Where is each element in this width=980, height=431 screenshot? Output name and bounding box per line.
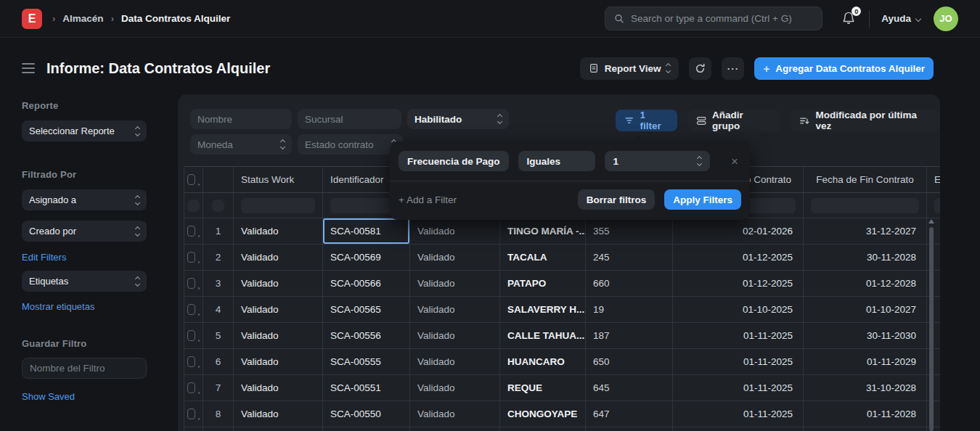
column-header-extra[interactable]: E <box>927 167 940 192</box>
row-checkbox[interactable] <box>187 356 195 367</box>
cell-estado[interactable]: Validado <box>410 349 500 374</box>
add-record-button[interactable]: + Agregar Data Contratos Alquiler <box>754 57 934 80</box>
cell-status_work[interactable]: Validado <box>234 349 323 374</box>
cell-numero[interactable]: 660 <box>586 271 673 296</box>
estado-contrato-select[interactable]: Estado contrato <box>298 134 403 155</box>
row-checkbox[interactable] <box>187 278 195 289</box>
cell-sucursal[interactable]: REQUE <box>500 375 586 401</box>
add-a-filter-link[interactable]: + Add a Filter <box>399 194 457 205</box>
column-filter-input-idx[interactable] <box>212 200 224 212</box>
column-filter-input-extra[interactable] <box>934 198 940 213</box>
cell-inicio[interactable]: 01-11-2025 <box>673 375 804 401</box>
show-tags-link[interactable]: Mostrar etiquetas <box>22 301 94 312</box>
cell-sucursal[interactable]: TACALA <box>500 245 586 270</box>
cell-fin[interactable]: 31-12-2027 <box>804 218 927 244</box>
cell-inicio[interactable]: 01-10-2025 <box>673 297 804 322</box>
cell-estado[interactable]: Validado <box>410 297 500 322</box>
cell-identificador[interactable]: SCA-00550 <box>323 401 410 427</box>
cell-identificador[interactable]: SCA-00569 <box>323 245 410 270</box>
show-saved-link[interactable]: Show Saved <box>22 391 75 402</box>
sucursal-filter-input[interactable] <box>298 109 401 129</box>
cell-sucursal[interactable]: CALLE TAHUA... <box>500 323 586 348</box>
cell-sucursal[interactable]: HUANCARO <box>500 349 586 374</box>
row-checkbox[interactable] <box>187 226 195 237</box>
cell-identificador[interactable]: SCA-00565 <box>323 297 410 322</box>
cell-status_work[interactable]: Validado <box>234 297 323 322</box>
nombre-filter-input[interactable] <box>190 109 292 129</box>
cell-status_work[interactable]: Validado <box>234 375 323 401</box>
cell-sucursal[interactable]: CHONGOYAPE <box>500 401 586 427</box>
cell-numero[interactable]: 355 <box>586 218 673 244</box>
cell-idx[interactable]: 6 <box>203 349 234 374</box>
cell-status_work[interactable]: Validado <box>234 245 323 270</box>
edit-filters-link[interactable]: Edit Filters <box>22 252 66 263</box>
select-all-checkbox[interactable] <box>187 174 195 185</box>
cell-estado[interactable]: Validado <box>410 218 500 244</box>
cell-fin[interactable]: 01-12-2028 <box>804 271 927 296</box>
cell-idx[interactable]: 8 <box>203 401 234 427</box>
menu-button[interactable]: ··· <box>722 57 744 80</box>
cell-fin[interactable]: 01-11-2029 <box>804 349 927 374</box>
cell-fin[interactable]: 01-11-2028 <box>804 401 927 427</box>
created-by-select[interactable]: Creado por <box>22 221 147 242</box>
cell-numero[interactable]: 645 <box>586 375 673 401</box>
cell-idx[interactable]: 7 <box>203 375 234 401</box>
cell-numero[interactable]: 19 <box>586 297 673 322</box>
cell-inicio[interactable]: 02-01-2026 <box>673 218 804 244</box>
global-search[interactable] <box>605 7 822 30</box>
app-logo[interactable]: E <box>22 9 42 29</box>
clear-filters-button[interactable]: Borrar filtros <box>578 189 656 210</box>
filter-name-input[interactable] <box>22 358 147 379</box>
cell-identificador[interactable]: SCA-00547 <box>323 427 410 431</box>
cell-numero[interactable]: 187 <box>586 323 673 348</box>
scroll-up-arrow-icon[interactable] <box>928 219 934 223</box>
row-checkbox[interactable] <box>187 409 195 419</box>
row-checkbox[interactable] <box>187 330 195 341</box>
cell-numero[interactable]: 650 <box>586 349 673 374</box>
refresh-button[interactable] <box>689 57 711 80</box>
cell-idx[interactable]: 9 <box>203 427 234 431</box>
column-header-check[interactable] <box>184 167 203 192</box>
report-select[interactable]: Seleccionar Reporte <box>22 120 147 141</box>
cell-sucursal[interactable]: TINGO MARÍA -... <box>500 218 586 244</box>
row-checkbox[interactable] <box>187 304 195 315</box>
tags-select[interactable]: Etiquetas <box>22 271 147 292</box>
sort-button[interactable]: Modificada por última vez <box>791 110 940 131</box>
cell-status_work[interactable]: Validado <box>234 218 323 244</box>
cell-idx[interactable]: 4 <box>203 297 234 322</box>
cell-numero[interactable]: 232 <box>586 427 673 431</box>
cell-idx[interactable]: 5 <box>203 323 234 348</box>
apply-filters-button[interactable]: Apply Filters <box>664 189 741 210</box>
filter-value-select[interactable]: 1 <box>605 151 710 171</box>
cell-idx[interactable]: 2 <box>203 245 234 270</box>
cell-identificador[interactable]: SCA-00551 <box>323 375 410 401</box>
column-header-status_work[interactable]: Status Work <box>234 167 323 192</box>
row-checkbox[interactable] <box>187 382 195 393</box>
report-view-select[interactable]: Report View <box>580 57 679 80</box>
cell-status_work[interactable]: Validado <box>234 323 323 348</box>
cell-identificador[interactable]: SCA-00566 <box>323 271 410 296</box>
cell-idx[interactable]: 1 <box>203 218 234 244</box>
column-header-fin[interactable]: Fecha de Fin Contrato <box>804 167 927 192</box>
vertical-scrollbar[interactable] <box>929 227 934 431</box>
cell-estado[interactable]: Validado <box>410 427 500 431</box>
cell-status_work[interactable]: Validado <box>234 427 323 431</box>
breadcrumb-current[interactable]: Data Contratos Alquiler <box>121 13 230 24</box>
column-filter-input-check[interactable] <box>187 200 200 212</box>
cell-inicio[interactable]: 01-11-2025 <box>673 349 804 374</box>
column-filter-input-fin[interactable] <box>811 198 919 213</box>
cell-estado[interactable]: Validado <box>410 401 500 427</box>
cell-estado[interactable]: Validado <box>410 323 500 348</box>
cell-idx[interactable]: 3 <box>203 271 234 296</box>
cell-inicio[interactable]: 01-12-2025 <box>673 271 804 296</box>
cell-numero[interactable]: 245 <box>586 245 673 270</box>
cell-fin[interactable]: 31-10-2028 <box>804 375 927 401</box>
cell-estado[interactable]: Validado <box>410 271 500 296</box>
cell-status_work[interactable]: Validado <box>234 401 323 427</box>
cell-sucursal[interactable]: SALAVERRY H... <box>500 297 586 322</box>
cell-status_work[interactable]: Validado <box>234 271 323 296</box>
add-group-button[interactable]: Añadir grupo <box>687 110 780 131</box>
sidebar-toggle-icon[interactable] <box>22 63 35 73</box>
row-checkbox[interactable] <box>187 252 195 263</box>
cell-identificador[interactable]: SCA-00555 <box>323 349 410 374</box>
